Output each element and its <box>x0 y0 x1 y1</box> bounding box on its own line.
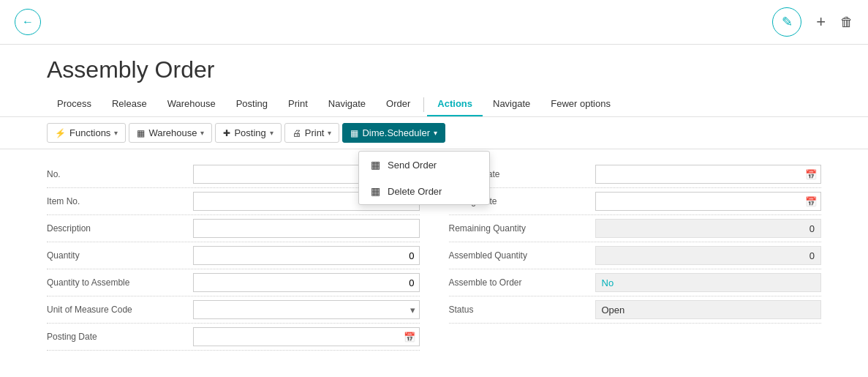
tab-posting[interactable]: Posting <box>226 92 278 116</box>
posting-chevron: ▾ <box>270 129 273 137</box>
remaining-qty-value: 0 <box>595 219 822 238</box>
nav-separator <box>423 97 424 112</box>
delete-button[interactable]: 🗑 <box>840 15 853 30</box>
tab-print[interactable]: Print <box>278 92 318 116</box>
tab-process[interactable]: Process <box>47 92 102 116</box>
posting-icon: ✚ <box>223 128 230 138</box>
qty-assemble-row: Quantity to Assemble <box>47 269 420 296</box>
print-label: Print <box>305 127 325 138</box>
send-order-label: Send Order <box>388 160 437 171</box>
starting-date-calendar-icon[interactable]: 📅 <box>801 168 820 182</box>
warehouse-button[interactable]: ▦ Warehouse ▾ <box>129 123 212 143</box>
qty-assemble-input-container[interactable] <box>193 273 420 292</box>
quantity-input-container[interactable] <box>193 246 420 265</box>
assembled-qty-row: Assembled Quantity 0 <box>449 242 822 269</box>
assemble-to-order-row: Assemble to Order No <box>449 269 822 296</box>
qty-assemble-label: Quantity to Assemble <box>47 277 193 288</box>
uom-select-container[interactable]: ▾ <box>193 300 420 319</box>
tab-warehouse[interactable]: Warehouse <box>157 92 226 116</box>
tab-release[interactable]: Release <box>102 92 157 116</box>
posting-date-row: Posting Date 📅 <box>47 324 420 351</box>
assemble-to-order-value: No <box>595 273 822 292</box>
warehouse-label: Warehouse <box>148 127 197 138</box>
form-right: Starting Date 📅 Ending Date 📅 Remaining … <box>449 161 822 351</box>
ending-date-input[interactable] <box>596 195 802 209</box>
status-label: Status <box>449 305 595 315</box>
starting-date-row: Starting Date 📅 <box>449 161 822 188</box>
posting-date-calendar-icon[interactable]: 📅 <box>400 330 419 344</box>
top-bar: ← ✎ + 🗑 <box>0 0 868 45</box>
send-order-icon: ▦ <box>371 159 380 171</box>
starting-date-container[interactable]: 📅 <box>595 165 822 184</box>
dimescheduler-icon: ▦ <box>350 128 358 138</box>
uom-input[interactable] <box>194 303 407 317</box>
toolbar: ⚡ Functions ▾ ▦ Warehouse ▾ ✚ Posting ▾ … <box>0 117 868 149</box>
quantity-row: Quantity <box>47 242 420 269</box>
page-title: Assembly Order <box>0 45 868 92</box>
print-button[interactable]: 🖨 Print ▾ <box>284 123 340 143</box>
uom-row: Unit of Measure Code ▾ <box>47 296 420 324</box>
print-chevron: ▾ <box>328 129 331 137</box>
remaining-qty-row: Remaining Quantity 0 <box>449 215 822 242</box>
quantity-label: Quantity <box>47 250 193 261</box>
functions-button[interactable]: ⚡ Functions ▾ <box>47 123 126 143</box>
no-label: No. <box>47 169 193 179</box>
assemble-to-order-label: Assemble to Order <box>449 277 595 288</box>
dimescheduler-dropdown: ▦ Send Order ▦ Delete Order <box>358 151 490 205</box>
assembled-qty-value: 0 <box>595 246 822 265</box>
assembled-qty-label: Assembled Quantity <box>449 250 595 261</box>
tab-order[interactable]: Order <box>376 92 420 116</box>
functions-chevron: ▾ <box>114 129 118 137</box>
posting-button[interactable]: ✚ Posting ▾ <box>215 123 281 143</box>
posting-date-label: Posting Date <box>47 332 193 342</box>
top-bar-left: ← <box>15 9 41 35</box>
status-row: Status Open <box>449 296 822 324</box>
posting-date-input[interactable] <box>194 330 400 344</box>
description-row: Description <box>47 215 420 242</box>
remaining-qty-label: Remaining Quantity <box>449 223 595 234</box>
posting-label: Posting <box>234 127 265 138</box>
delete-order-label: Delete Order <box>388 186 442 197</box>
ending-date-container[interactable]: 📅 <box>595 192 822 211</box>
tab-navigate1[interactable]: Navigate <box>318 92 376 116</box>
quantity-input[interactable] <box>194 249 419 263</box>
item-no-label: Item No. <box>47 196 193 206</box>
add-button[interactable]: + <box>816 12 826 31</box>
nav-tabs: Process Release Warehouse Posting Print … <box>0 92 868 117</box>
ending-date-row: Ending Date 📅 <box>449 188 822 215</box>
dimescheduler-label: Dime.Scheduler <box>362 127 430 138</box>
ending-date-calendar-icon[interactable]: 📅 <box>801 195 820 209</box>
uom-chevron-icon[interactable]: ▾ <box>407 303 419 317</box>
delete-order-item[interactable]: ▦ Delete Order <box>359 178 489 204</box>
back-button[interactable]: ← <box>15 9 41 35</box>
warehouse-icon: ▦ <box>137 128 145 138</box>
functions-icon: ⚡ <box>55 128 66 138</box>
status-value: Open <box>595 300 822 319</box>
posting-date-input-container[interactable]: 📅 <box>193 327 420 346</box>
description-input-container[interactable] <box>193 219 420 238</box>
dimescheduler-chevron: ▾ <box>434 129 437 137</box>
dimescheduler-button[interactable]: ▦ Dime.Scheduler ▾ <box>342 123 445 143</box>
functions-label: Functions <box>69 127 110 138</box>
starting-date-input[interactable] <box>596 168 802 182</box>
tab-navigate2[interactable]: Navigate <box>483 92 540 116</box>
send-order-item[interactable]: ▦ Send Order <box>359 152 489 178</box>
description-label: Description <box>47 223 193 234</box>
description-input[interactable] <box>194 222 419 236</box>
top-bar-right: ✎ + 🗑 <box>772 7 853 37</box>
edit-button[interactable]: ✎ <box>772 7 801 37</box>
uom-label: Unit of Measure Code <box>47 305 193 315</box>
tab-actions[interactable]: Actions <box>427 92 483 116</box>
qty-assemble-input[interactable] <box>194 276 419 290</box>
print-icon: 🖨 <box>293 128 301 138</box>
tab-fewer-options[interactable]: Fewer options <box>540 92 621 116</box>
delete-order-icon: ▦ <box>371 185 380 197</box>
warehouse-chevron: ▾ <box>200 129 204 137</box>
